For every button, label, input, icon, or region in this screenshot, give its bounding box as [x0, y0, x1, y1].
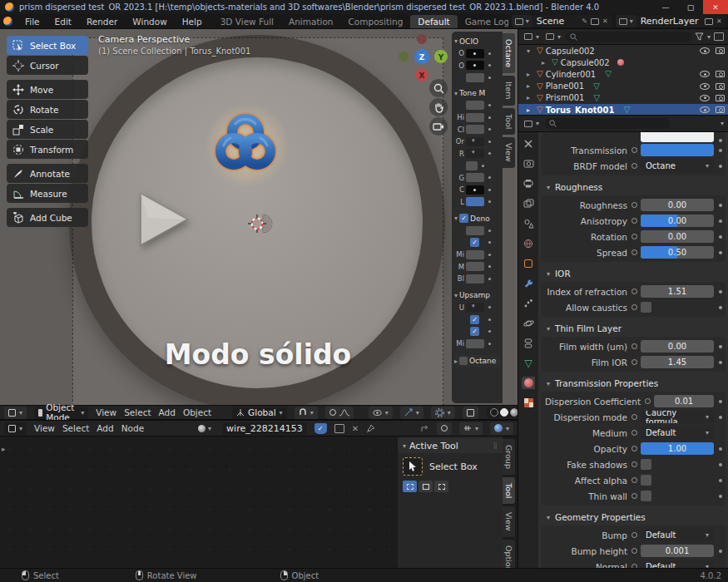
decorator-ring[interactable] [631, 493, 637, 499]
properties-search-input[interactable] [545, 118, 670, 129]
outliner-row-cylinder001[interactable]: ▸▽ Cylinder001 ▽ [518, 68, 728, 80]
pan-view-button[interactable] [429, 98, 448, 116]
animate-dot[interactable] [719, 447, 722, 451]
unlink-material-button[interactable]: ✕ [352, 424, 359, 433]
anisotropy-slider[interactable]: 0.00 [641, 215, 714, 227]
vp-menu-view[interactable]: View [96, 407, 116, 417]
material-browse-button[interactable]: ▾ [195, 422, 215, 435]
disable-in-render-icon[interactable] [716, 95, 725, 101]
copy-layer-icon[interactable] [705, 18, 713, 25]
tab-scene-icon[interactable] [522, 217, 535, 229]
gizmos-dropdown[interactable]: ▾ [400, 407, 423, 419]
node-menu-view[interactable]: View [34, 423, 55, 433]
tool-add-cube[interactable]: Add Cube [7, 208, 88, 227]
3d-cursor-and-sphere[interactable] [243, 207, 276, 240]
tab-material-icon[interactable] [522, 377, 535, 389]
tab-particles-icon[interactable] [522, 297, 535, 309]
checkbox[interactable]: ✓ [470, 315, 479, 324]
tab-group[interactable]: Group [503, 439, 515, 475]
animate-dot[interactable] [719, 149, 722, 152]
outliner-search-input[interactable] [566, 32, 691, 42]
pin-icon[interactable] [366, 424, 375, 433]
value-field[interactable] [466, 339, 484, 348]
outliner-display-mode-button[interactable]: ▾ [544, 31, 562, 43]
color-field[interactable] [466, 197, 484, 206]
torus-knot-object[interactable] [209, 109, 282, 182]
node-snap-dropdown[interactable]: ▾ [459, 422, 483, 435]
animate-dot[interactable] [719, 165, 722, 168]
tab-tool-icon[interactable] [522, 137, 535, 150]
new-collection-icon[interactable] [714, 32, 724, 41]
thin-wall-checkbox[interactable] [641, 491, 651, 501]
outliner-row-torus-knot001-selected[interactable]: ▸▽ Torus_Knot001 ▽ [518, 104, 728, 115]
film-ior-slider[interactable]: 1.45 [641, 356, 714, 368]
opacity-slider[interactable]: 1.00 [641, 442, 714, 455]
tool-select-box[interactable]: Select Box [7, 36, 88, 55]
disable-in-render-icon[interactable] [716, 83, 725, 90]
medium-dropdown[interactable]: Default▾ [641, 427, 714, 439]
hide-in-viewport-icon[interactable] [700, 95, 710, 101]
tab-tool[interactable]: Tool [503, 108, 515, 135]
menu-file[interactable]: File [17, 17, 47, 27]
dropdown[interactable] [466, 149, 484, 158]
tab-world-icon[interactable] [522, 237, 535, 249]
node-shading-dropdown[interactable]: ▾ [490, 422, 513, 435]
decorator-ring[interactable] [631, 477, 637, 483]
tab-node-options[interactable]: Options [503, 540, 515, 568]
value-field[interactable] [466, 250, 484, 259]
tab-view[interactable]: View [503, 137, 515, 168]
minimize-button[interactable]: — [653, 0, 678, 14]
value-field[interactable] [466, 262, 484, 271]
animate-dot[interactable] [719, 290, 722, 293]
checkbox[interactable]: ✓ [470, 327, 479, 336]
decorator-ring[interactable] [631, 548, 637, 554]
denoiser-checkbox[interactable]: ✓ [459, 214, 468, 223]
prism-triangle-object[interactable] [140, 193, 190, 248]
decorator-ring[interactable] [631, 249, 637, 255]
transform-orientation-dropdown[interactable]: Global▾ [232, 407, 287, 419]
material-name-field[interactable]: wire_228214153 [222, 422, 307, 435]
unlink-scene-icon[interactable]: ✕ [602, 17, 608, 25]
tab-output-icon[interactable] [522, 177, 535, 190]
workspace-3d-view-full[interactable]: 3D View Full [213, 15, 281, 28]
workspace-animation[interactable]: Animation [281, 15, 341, 28]
3d-viewport[interactable]: Camera Perspective (1) Scene Collection … [0, 29, 518, 405]
animate-dot[interactable] [719, 235, 722, 239]
close-button[interactable]: ✕ [703, 0, 728, 14]
shading-solid-button[interactable] [500, 408, 508, 417]
workspace-compositing[interactable]: Compositing [341, 15, 411, 28]
decorator-ring[interactable] [631, 532, 637, 538]
animate-dot[interactable] [719, 204, 722, 207]
section-geometry-properties[interactable]: ▾Geometry Properties [538, 509, 728, 525]
properties-editor-type-button[interactable]: ▾ [522, 117, 541, 130]
decorator-ring[interactable] [631, 414, 637, 420]
tab-node-tool[interactable]: Tool [503, 477, 515, 504]
outliner-row-capsule002[interactable]: ▾▽ Capsule002 [518, 45, 728, 57]
tab-item[interactable]: Item [503, 76, 515, 106]
section-ior[interactable]: ▾IOR [538, 265, 728, 282]
value-field[interactable] [466, 73, 484, 82]
node-editor-type-button[interactable]: ▾ [4, 422, 27, 435]
workspace-default[interactable]: Default [410, 15, 457, 28]
hide-in-viewport-icon[interactable] [700, 83, 710, 90]
value-field[interactable] [466, 101, 484, 110]
outliner-row-prism001[interactable]: ▸▽ Prism001 ▽ [518, 92, 728, 104]
tool-measure[interactable]: Measure [7, 184, 88, 203]
octane-checkbox[interactable] [459, 357, 468, 365]
value-field[interactable] [466, 274, 484, 284]
checkbox[interactable]: ✓ [470, 238, 479, 247]
brdf-dropdown[interactable]: Octane▾ [641, 160, 714, 172]
value-field[interactable] [466, 173, 484, 182]
section-tone-mapping[interactable]: ▾Tone M [454, 87, 500, 100]
outliner-row-capsule002-data[interactable]: ▸▽ Capsule002 [518, 57, 728, 68]
maximize-button[interactable]: ▢ [678, 0, 703, 14]
scene-name-field[interactable]: Scene ✎ ✕ [532, 15, 612, 27]
tab-texture-icon[interactable] [522, 397, 535, 409]
decorator-ring[interactable] [631, 359, 637, 365]
bump-dropdown[interactable]: Default▾ [641, 529, 714, 541]
node-menu-select[interactable]: Select [62, 423, 89, 433]
tool-cursor[interactable]: Cursor [7, 56, 88, 75]
animate-dot[interactable] [719, 550, 722, 553]
animate-dot[interactable] [719, 400, 722, 403]
pin-icon[interactable]: ✎ [582, 17, 587, 25]
